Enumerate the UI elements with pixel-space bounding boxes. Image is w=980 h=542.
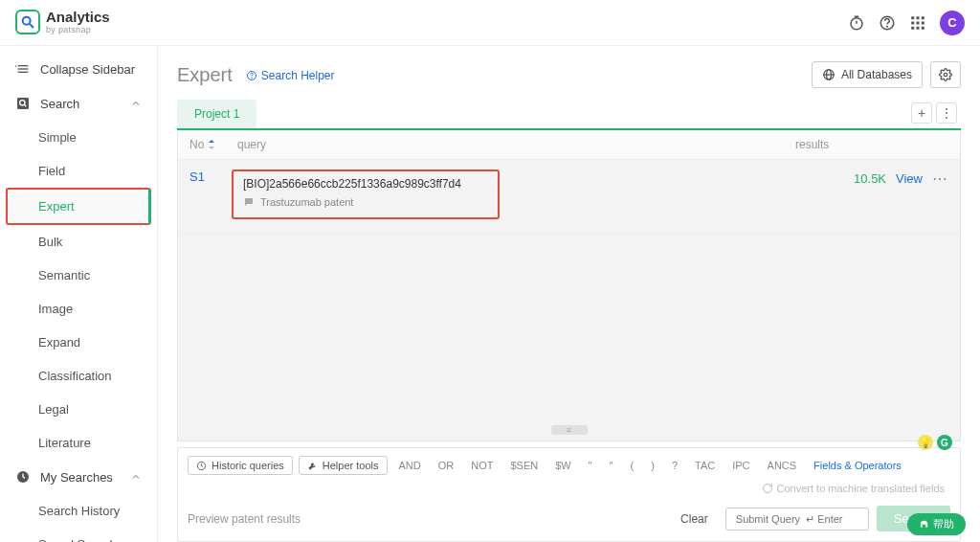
op-ipc[interactable]: IPC bbox=[726, 458, 755, 473]
sidebar-item-bulk[interactable]: Bulk bbox=[0, 225, 157, 259]
sidebar-section-search[interactable]: Search bbox=[0, 86, 157, 121]
historic-queries-button[interactable]: Historic queries bbox=[188, 456, 293, 475]
hint-bulb-icon[interactable]: 💡 bbox=[918, 435, 933, 450]
helper-tools-button[interactable]: Helper tools bbox=[299, 456, 388, 475]
table-row[interactable]: S1 [BIO]2a566e66ccb225f1336a9c989c3ff7d4… bbox=[178, 160, 960, 234]
op-ancs[interactable]: ANCS bbox=[762, 458, 803, 473]
convert-button[interactable]: Convert to machine translated fields bbox=[756, 481, 950, 496]
collapse-sidebar[interactable]: Collapse Sidebar bbox=[0, 52, 157, 86]
svg-rect-19 bbox=[17, 98, 29, 109]
helper-link-label: Search Helper bbox=[261, 69, 335, 82]
sidebar-item-expert[interactable]: Expert bbox=[6, 188, 151, 225]
all-databases-label: All Databases bbox=[841, 68, 912, 81]
svg-rect-13 bbox=[911, 26, 914, 29]
row-menu-icon[interactable]: ⋯ bbox=[932, 169, 948, 188]
svg-point-0 bbox=[23, 17, 31, 25]
svg-rect-9 bbox=[922, 16, 924, 19]
headset-icon bbox=[919, 519, 929, 530]
op-and[interactable]: AND bbox=[393, 458, 427, 473]
header-tools: C bbox=[848, 11, 965, 35]
page-header: Expert Search Helper All Databases bbox=[177, 61, 961, 88]
sidebar-item-expand[interactable]: Expand bbox=[0, 326, 157, 359]
collapse-icon bbox=[15, 61, 31, 77]
query-editor-panel: 💡 G Historic queries Helper tools AND OR… bbox=[177, 447, 961, 542]
clear-button[interactable]: Clear bbox=[671, 508, 718, 531]
sidebar-section-my-searches[interactable]: My Searches bbox=[0, 460, 157, 494]
historic-label: Historic queries bbox=[212, 460, 284, 471]
settings-button[interactable] bbox=[930, 61, 961, 88]
preview-results-text[interactable]: Preview patent results bbox=[188, 512, 301, 526]
tab-menu-button[interactable]: ⋮ bbox=[936, 102, 957, 124]
th-results: results bbox=[795, 138, 829, 151]
history-icon bbox=[196, 461, 207, 471]
clock-icon bbox=[15, 469, 31, 485]
op-quote-close[interactable]: " bbox=[604, 458, 619, 473]
svg-rect-11 bbox=[917, 21, 920, 24]
op-question[interactable]: ? bbox=[666, 458, 683, 473]
svg-rect-12 bbox=[922, 21, 924, 24]
sidebar-item-field[interactable]: Field bbox=[0, 154, 157, 188]
sidebar-item-semantic[interactable]: Semantic bbox=[0, 259, 157, 292]
help-floating-button[interactable]: 帮助 bbox=[907, 513, 966, 535]
sidebar-item-classification[interactable]: Classification bbox=[0, 359, 157, 393]
user-avatar[interactable]: C bbox=[940, 11, 965, 35]
svg-marker-34 bbox=[209, 147, 214, 149]
stopwatch-icon[interactable] bbox=[848, 14, 865, 32]
sidebar-item-literature[interactable]: Literature bbox=[0, 426, 157, 460]
page-title: Expert bbox=[177, 64, 233, 86]
search-section-icon bbox=[15, 96, 31, 111]
app-subtitle: by patsnap bbox=[46, 26, 110, 35]
op-paren-close[interactable]: ) bbox=[645, 458, 660, 473]
op-paren-open[interactable]: ( bbox=[625, 458, 640, 473]
refresh-icon bbox=[762, 483, 773, 494]
view-link[interactable]: View bbox=[896, 171, 923, 186]
my-searches-label: My Searches bbox=[40, 470, 113, 485]
sidebar-item-legal[interactable]: Legal bbox=[0, 393, 157, 426]
submit-query-input[interactable] bbox=[725, 508, 869, 531]
sidebar-item-image[interactable]: Image bbox=[0, 292, 157, 326]
editor-bottom-row: Preview patent results Clear Search bbox=[188, 506, 950, 531]
svg-rect-7 bbox=[911, 16, 914, 19]
search-helper-link[interactable]: Search Helper bbox=[246, 69, 335, 82]
query-tag-text: Trastuzumab patent bbox=[260, 196, 353, 208]
op-quote-open[interactable]: " bbox=[583, 458, 598, 473]
tab-project-1[interactable]: Project 1 bbox=[177, 100, 256, 128]
svg-rect-15 bbox=[922, 26, 924, 29]
resize-handle[interactable] bbox=[551, 425, 588, 435]
gear-icon bbox=[939, 68, 952, 81]
add-tab-button[interactable]: + bbox=[911, 102, 932, 124]
results-table: No query results S1 [BIO]2a566e66ccb225f… bbox=[177, 130, 961, 441]
query-callout: [BIO]2a566e66ccb225f1336a9c989c3ff7d4 Tr… bbox=[232, 169, 500, 219]
apps-grid-icon[interactable] bbox=[909, 14, 926, 32]
help-circle-icon bbox=[246, 70, 257, 81]
help-icon[interactable] bbox=[879, 14, 896, 32]
wrench-icon bbox=[307, 461, 318, 471]
th-no: No bbox=[189, 138, 204, 151]
project-tabs: Project 1 + ⋮ bbox=[177, 100, 961, 130]
op-not[interactable]: NOT bbox=[465, 458, 499, 473]
sort-icon[interactable] bbox=[208, 140, 215, 149]
chevron-up-icon bbox=[130, 98, 142, 109]
all-databases-button[interactable]: All Databases bbox=[812, 61, 923, 88]
query-text: [BIO]2a566e66ccb225f1336a9c989c3ff7d4 bbox=[243, 177, 488, 191]
main-content: Expert Search Helper All Databases Proje… bbox=[158, 46, 980, 542]
sidebar-item-saved-searches[interactable]: Saved Searches bbox=[0, 528, 157, 542]
op-sen[interactable]: $SEN bbox=[504, 458, 544, 473]
sidebar-item-simple[interactable]: Simple bbox=[0, 121, 157, 154]
sidebar-item-search-history[interactable]: Search History bbox=[0, 494, 157, 528]
svg-point-28 bbox=[252, 78, 253, 79]
op-or[interactable]: OR bbox=[433, 458, 460, 473]
svg-marker-33 bbox=[209, 140, 214, 143]
op-w[interactable]: $W bbox=[549, 458, 577, 473]
chevron-up-icon bbox=[130, 471, 142, 483]
hint-check-icon[interactable]: G bbox=[937, 435, 952, 450]
table-header: No query results bbox=[178, 130, 960, 160]
logo-area: Analytics by patsnap bbox=[15, 10, 110, 34]
table-empty-area bbox=[178, 234, 960, 440]
svg-point-32 bbox=[944, 73, 947, 77]
globe-icon bbox=[822, 68, 835, 81]
svg-rect-10 bbox=[911, 21, 914, 24]
comment-icon bbox=[243, 196, 255, 208]
op-tac[interactable]: TAC bbox=[689, 458, 721, 473]
fields-operators-link[interactable]: Fields & Operators bbox=[808, 458, 907, 473]
